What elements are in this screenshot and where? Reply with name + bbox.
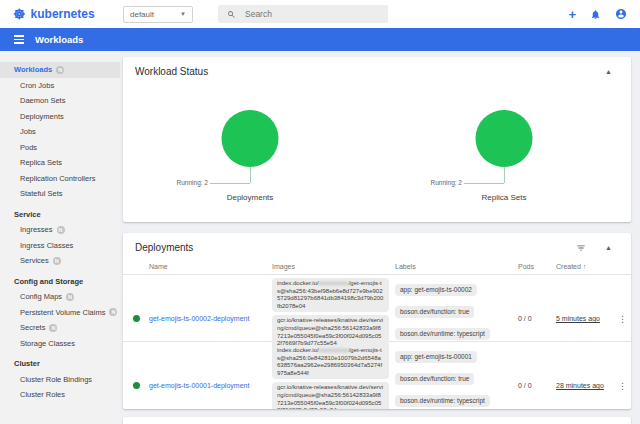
- pods-cell: 0 / 0: [518, 342, 556, 409]
- namespace-value: default: [130, 10, 154, 19]
- sidebar-item-label: Stateful Sets: [20, 189, 63, 198]
- sidebar-item-jobs[interactable]: Jobs: [0, 124, 120, 140]
- chart-label: Deployments: [123, 193, 377, 202]
- sidebar-item-replication-controllers[interactable]: Replication Controllers: [0, 171, 120, 187]
- sidebar-section-header-cluster: Cluster: [0, 356, 120, 372]
- image-text: gcr.io/knative-releases/knative.dev/serv…: [277, 384, 383, 409]
- namespace-selector[interactable]: default ▼: [123, 6, 193, 23]
- notifications-button[interactable]: [590, 9, 601, 20]
- label-line: app: get-emojis-ts-00001: [395, 345, 518, 363]
- filter-icon[interactable]: [576, 243, 586, 253]
- table-row: get-emojis-ts-00001-deploymentindex.dock…: [123, 341, 631, 408]
- pie-chart: [222, 110, 279, 167]
- sidebar-item-label: Ingress Classes: [20, 241, 73, 250]
- sidebar-item-storage-classes[interactable]: Storage Classes: [0, 336, 120, 352]
- collapse-icon[interactable]: ▲: [605, 68, 612, 75]
- sidebar-item-label: Storage Classes: [20, 339, 75, 348]
- sidebar-item-daemon-sets[interactable]: Daemon Sets: [0, 93, 120, 109]
- kubernetes-logo[interactable]: ☸ kubernetes: [13, 7, 113, 21]
- callout-connector: [210, 183, 250, 184]
- redacted-text: xxxxxxxxxx: [319, 280, 349, 286]
- label-line: app: get-emojis-ts-00002: [395, 278, 518, 296]
- create-button[interactable]: +: [568, 8, 576, 21]
- sidebar-item-deployments[interactable]: Deployments: [0, 109, 120, 125]
- sidebar-item-stateful-sets[interactable]: Stateful Sets: [0, 186, 120, 202]
- sidebar-item-ingress-classes[interactable]: Ingress Classes: [0, 238, 120, 254]
- image-text: index.docker.io/: [277, 347, 319, 353]
- namespaced-badge-icon: N: [53, 257, 61, 265]
- search-icon: [227, 10, 236, 19]
- bell-icon: [590, 9, 601, 20]
- images-cell: index.docker.io/xxxxxxxxxx/get-emojis-ts…: [272, 342, 395, 409]
- image-chip: index.docker.io/xxxxxxxxxx/get-emojis-ts…: [272, 278, 389, 312]
- label-chip: boson.dev/runtime: typescript: [395, 328, 490, 340]
- sidebar-item-label: Services: [20, 256, 49, 265]
- kebab-menu-icon[interactable]: ⋮: [618, 381, 627, 391]
- sidebar: WorkloadsNCron JobsDaemon SetsDeployment…: [0, 51, 120, 424]
- plus-icon: +: [568, 8, 576, 21]
- pie-callout-label: Running: 2: [177, 179, 208, 186]
- running-status-icon: [133, 382, 140, 389]
- sidebar-item-services[interactable]: ServicesN: [0, 253, 120, 269]
- image-chip: gcr.io/knative-releases/knative.dev/serv…: [272, 382, 389, 409]
- label-line: boson.dev/runtime: typescript: [395, 389, 518, 407]
- callout-connector: [504, 167, 505, 183]
- namespaced-badge-icon: N: [56, 66, 64, 74]
- column-header-name: Name: [149, 263, 272, 270]
- sidebar-item-label: Ingresses: [20, 225, 53, 234]
- namespaced-badge-icon: N: [49, 324, 57, 332]
- sidebar-item-label: Cron Jobs: [20, 81, 54, 90]
- search-bar[interactable]: Search: [218, 5, 388, 23]
- workload-status-card: Workload Status ▲ Running: 2 Deployments…: [123, 57, 631, 222]
- menu-cell: ⋮: [614, 342, 631, 409]
- status-cell: [123, 342, 149, 409]
- image-text: index.docker.io/: [277, 280, 319, 286]
- sidebar-item-label: Replication Controllers: [20, 174, 95, 183]
- menu-icon[interactable]: [14, 35, 24, 44]
- sidebar-item-replica-sets[interactable]: Replica Sets: [0, 155, 120, 171]
- sidebar-item-ingresses[interactable]: IngressesN: [0, 222, 120, 238]
- deployment-link[interactable]: get-emojis-ts-00001-deployment: [149, 382, 249, 389]
- sidebar-item-pods[interactable]: Pods: [0, 140, 120, 156]
- sidebar-item-cron-jobs[interactable]: Cron Jobs: [0, 78, 120, 94]
- pie-chart: [476, 110, 533, 167]
- sidebar-item-label: Cluster Role Bindings: [20, 375, 92, 384]
- column-header-created: Created ↑: [556, 263, 614, 270]
- deployment-link[interactable]: get-emojis-ts-00002-deployment: [149, 315, 249, 322]
- sidebar-item-config-maps[interactable]: Config MapsN: [0, 289, 120, 305]
- sidebar-item-cluster-roles[interactable]: Cluster Roles: [0, 387, 120, 403]
- sidebar-section-header-service: Service: [0, 207, 120, 223]
- workload-status-charts: Running: 2 Deployments Running: 2 Replic…: [123, 83, 631, 206]
- column-header-labels: Labels: [395, 263, 518, 270]
- created-cell: 28 minutes ago: [556, 342, 614, 409]
- sidebar-item-persistent-volume-claims[interactable]: Persistent Volume ClaimsN: [0, 305, 120, 321]
- callout-connector: [250, 167, 251, 183]
- sort-ascending-icon[interactable]: ↑: [583, 263, 587, 270]
- deployments-table-body: get-emojis-ts-00002-deploymentindex.dock…: [123, 274, 631, 408]
- top-actions: +: [568, 8, 640, 21]
- namespaced-badge-icon: N: [57, 226, 65, 234]
- sidebar-item-workloads[interactable]: WorkloadsN: [0, 62, 120, 78]
- deployments-table-header: NameImagesLabelsPodsCreated ↑: [123, 259, 631, 274]
- label-chip: app: get-emojis-ts-00002: [395, 284, 477, 296]
- account-button[interactable]: [615, 8, 627, 20]
- search-placeholder: Search: [245, 9, 272, 19]
- pie-callout-label: Running: 2: [431, 179, 462, 186]
- callout-connector: [464, 183, 504, 184]
- label-chip: boson.dev/function: true: [395, 306, 474, 318]
- labels-cell: app: get-emojis-ts-00001boson.dev/functi…: [395, 342, 518, 409]
- sidebar-item-secrets[interactable]: SecretsN: [0, 320, 120, 336]
- sidebar-item-label: Secrets: [20, 323, 45, 332]
- created-timestamp: 28 minutes ago: [556, 382, 604, 389]
- sidebar-item-cluster-role-bindings[interactable]: Cluster Role Bindings: [0, 372, 120, 388]
- sidebar-item-label: Daemon Sets: [20, 96, 65, 105]
- kebab-menu-icon[interactable]: ⋮: [618, 314, 627, 324]
- next-card-partial: [123, 417, 631, 424]
- label-line: boson.dev/runtime: typescript: [395, 322, 518, 340]
- kubernetes-wheel-icon: ☸: [13, 7, 26, 21]
- sidebar-item-label: Deployments: [20, 112, 64, 121]
- collapse-icon[interactable]: ▲: [605, 244, 612, 251]
- namespaced-badge-icon: N: [66, 293, 74, 301]
- account-icon: [615, 8, 627, 20]
- sidebar-item-label: Config Maps: [20, 292, 62, 301]
